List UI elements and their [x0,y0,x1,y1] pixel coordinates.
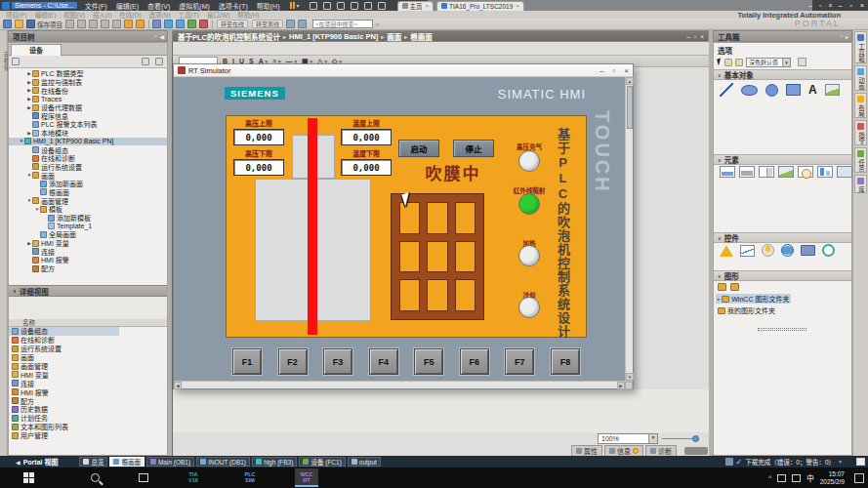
task-card-工具箱[interactable]: 工具箱 [854,31,867,63]
menu-item[interactable]: 帮助(H) [257,1,280,11]
circle-icon[interactable] [765,84,778,97]
tray-expand-icon[interactable]: ^ [768,474,771,481]
delete-icon[interactable] [112,20,121,28]
vm-tab[interactable]: TIA16_Pro_LTSC2019× [436,1,524,11]
limit-field-input[interactable] [341,129,392,145]
tab-诊断[interactable]: 诊断 [645,445,677,456]
go-online-button[interactable]: 转至在线 [217,20,248,28]
trend-view-icon[interactable] [740,245,755,257]
maximize-icon[interactable]: ▫ [612,66,615,75]
system-diagnostics-icon[interactable] [822,244,835,257]
tree-item[interactable]: 连接 [9,247,167,256]
window-control-icon[interactable]: ▫ [694,33,696,40]
menu-item[interactable]: 文件(F) [85,1,107,11]
editor-chip[interactable]: Main (OB1) [146,457,194,467]
zoom-select[interactable]: 100% ▼ [598,433,658,444]
task-card-任务[interactable]: 任务 [854,147,867,173]
tree-item[interactable]: ▶PLC 数据类型 [9,69,167,78]
editor-window-controls[interactable]: –▫× [686,33,704,40]
new-project-icon[interactable] [3,20,12,28]
scroll-thumb[interactable] [627,86,633,129]
tree-item[interactable]: 全局画面 [9,230,167,239]
tree-item[interactable]: HMI 报警 [9,256,167,264]
html-browser-icon[interactable] [781,244,794,257]
editor-chip[interactable]: output [348,457,381,467]
graphic-io-field-icon[interactable] [778,166,794,178]
compile-icon[interactable] [152,20,161,28]
hmi-screen[interactable]: 高压上限高压下限温度上限温度下限 启动 停止 吹膜中 高压充气红外线照射加热冷却… [226,115,587,338]
download-icon[interactable] [164,20,173,28]
undo-icon[interactable] [124,20,133,28]
breadcrumb-item[interactable]: HMI_1 [KTP900 Basic PN] [289,32,378,41]
vmware-window-controls[interactable]: –▫× [839,1,864,11]
chevron-down-icon[interactable]: ▼ [648,434,657,443]
start-simulation-icon[interactable] [187,20,196,28]
vmware-toolbar-icons[interactable] [310,2,386,10]
window-control-icon[interactable]: × [700,33,704,40]
editor-chip[interactable]: 设备 (FC1) [299,457,345,467]
volume-icon[interactable] [792,474,801,482]
editor-chip[interactable]: high (FB3) [252,457,297,467]
tree-item[interactable]: 添加新模板 [9,214,167,223]
toolbox-mode-icon[interactable] [798,58,806,66]
pointer-icon[interactable] [717,59,723,66]
save-project-label[interactable]: 保存项目 [37,20,62,29]
limit-field-input[interactable] [233,159,284,176]
tree-item[interactable]: 在线和诊断 [9,154,167,163]
tree-item[interactable]: 添加新画面 [9,180,167,188]
chevron-down-icon[interactable]: ▼ [838,459,843,465]
rt-horizontal-scrollbar[interactable]: ◀ ▶ [174,381,633,388]
tree-item[interactable]: Template_1 [9,222,167,230]
taskbar-app[interactable]: PLCSIM [238,468,262,487]
breadcrumb-item[interactable]: 根画面 [410,31,433,42]
tab-信息[interactable]: 信息 [604,445,643,456]
expander-icon[interactable]: ▸ [718,297,720,302]
taskbar-app[interactable]: TIAV16 [182,468,205,487]
inspector-grip[interactable] [684,447,708,455]
indicator-lamp[interactable] [518,193,540,215]
tree-view-icon[interactable] [142,58,149,65]
tree-item[interactable]: 设备组态 [9,145,167,154]
tree-item[interactable]: ▶设备代理数据 [9,103,167,112]
portal-view-button[interactable]: Portal 视图 [23,457,59,467]
task-card-指令[interactable]: 指令 [854,120,867,145]
scroll-up-icon[interactable]: ▲ [626,77,634,85]
vm-tab[interactable]: 主页× [397,1,434,11]
tree-item[interactable]: ▶HMI 变量 [9,239,167,248]
task-card-布局[interactable]: 布局 [854,93,867,118]
line-icon[interactable] [720,83,733,97]
cut-icon[interactable] [77,20,86,28]
pause-dropdown-icon[interactable]: ▾ [297,2,300,9]
indicator-lamp[interactable] [518,297,540,318]
menu-item[interactable]: 选项卡(T) [219,1,248,11]
copy-icon[interactable] [89,20,98,28]
limit-field-input[interactable] [233,129,284,145]
symbolic-io-field-icon[interactable] [759,166,774,178]
tree-item[interactable]: 根画面 [9,188,167,197]
upload-icon[interactable] [176,20,185,28]
search-icon[interactable] [91,473,100,482]
tree-item[interactable]: ▶在线备份 [9,86,167,95]
tab-属性[interactable]: 属性 [571,445,602,456]
redo-icon[interactable] [136,20,145,28]
network-icon[interactable] [777,474,786,482]
split-editor-icon[interactable] [298,20,307,28]
menu-item[interactable]: 查看(V) [147,1,170,11]
tree-item[interactable]: ▼画面管理 [9,196,167,205]
ellipse-icon[interactable] [741,85,758,96]
section-elements[interactable]: ∨元素 [714,154,851,165]
indicator-lamp[interactable] [518,245,540,266]
recipe-view-icon[interactable] [801,245,815,256]
detail-view-header[interactable]: ∨详细视图 [9,285,167,297]
alarm-view-icon[interactable] [720,245,733,257]
scroll-left-icon[interactable]: ◀ [174,382,182,389]
style-dropdown[interactable]: 深色默认值 ▼ [746,58,791,67]
section-basic-objects[interactable]: ∨基本对象 [714,69,851,80]
lasso-icon[interactable] [724,59,732,66]
guest-window-controls[interactable]: –▫× [808,1,832,11]
collapse-panel-icon[interactable]: ◀ [159,33,164,40]
breadcrumb-item[interactable]: 画面 [387,31,401,42]
graphic-view-icon[interactable] [825,84,840,96]
tree-item[interactable]: ▶监控与强制表 [9,78,167,87]
tree-item[interactable]: ▼画面 [9,171,167,180]
